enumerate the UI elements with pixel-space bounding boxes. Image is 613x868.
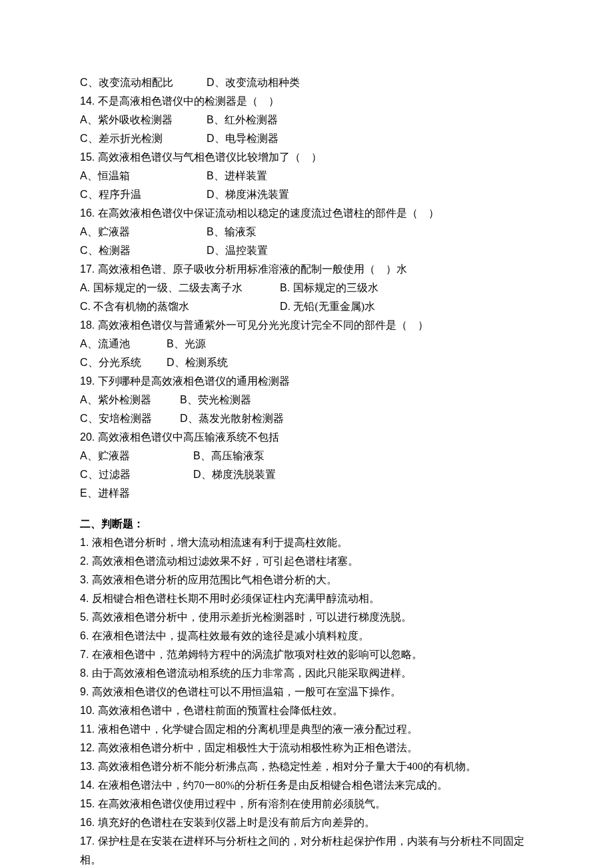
- mc-option-text: 分光系统: [99, 357, 141, 368]
- mc-option: C、过滤器: [80, 465, 193, 484]
- mc-option-label: B、: [207, 114, 225, 125]
- tf-item: 15. 在高效液相色谱仪使用过程中，所有溶剂在使用前必须脱气。: [80, 795, 533, 813]
- mc-option-row: A、紫外检测器B、荧光检测器: [80, 391, 533, 409]
- mc-option-label: D、: [193, 469, 212, 480]
- mc-option-label: A、: [80, 226, 98, 237]
- mc-option: C、程序升温: [80, 185, 207, 204]
- mc-question-text: 高效液相色谱、原子吸收分析用标准溶液的配制一般使用（ ）水: [98, 263, 407, 275]
- mc-option-text: 输液泵: [225, 226, 257, 237]
- tf-item: 2. 高效液相色谱流动相过滤效果不好，可引起色谱柱堵塞。: [80, 552, 533, 571]
- tf-item-number: 4.: [80, 593, 92, 604]
- tf-item: 5. 高效液相色谱分析中，使用示差折光检测器时，可以进行梯度洗脱。: [80, 608, 533, 627]
- mc-option-label: D、: [167, 357, 185, 368]
- tf-item-text: 在液相色谱中，范弟姆特方程中的涡流扩散项对柱效的影响可以忽略。: [92, 649, 422, 660]
- mc-option: D、梯度洗脱装置: [193, 465, 306, 484]
- mc-option-text: 改变流动相种类: [225, 77, 300, 88]
- mc-option-row: C、安培检测器D、蒸发光散射检测器: [80, 409, 533, 428]
- mc-option-text: 程序升温: [99, 189, 141, 200]
- mc-option: A、贮液器: [80, 447, 193, 465]
- tf-item: 6. 在液相色谱法中，提高柱效最有效的途径是减小填料粒度。: [80, 627, 533, 645]
- tf-item-text: 高效液相色谱流动相过滤效果不好，可引起色谱柱堵塞。: [92, 555, 358, 567]
- mc-option-text: 进样器: [98, 487, 130, 499]
- tf-item: 17. 保护柱是在安装在进样环与分析柱之间的，对分析柱起保护作用，内装有与分析柱…: [80, 832, 533, 868]
- mc-option-label: B.: [280, 282, 293, 293]
- mc-option-text: 国标规定的三级水: [293, 282, 378, 293]
- mc-question-text: 高效液相色谱仪与气相色谱仪比较增加了（ ）: [98, 151, 322, 163]
- mc-question-stem: 18. 高效液相色谱仪与普通紫外一可见分光光度计完全不同的部件是（ ）: [80, 316, 533, 335]
- mc-option-text: 安培检测器: [99, 413, 152, 424]
- mc-question-stem: 14. 不是高液相色谱仪中的检测器是（ ）: [80, 92, 533, 111]
- mc-option-label: E、: [80, 487, 98, 499]
- mc-option-text: 过滤器: [99, 469, 131, 480]
- tf-item-text: 保护柱是在安装在进样环与分析柱之间的，对分析柱起保护作用，内装有与分析柱不同固定…: [80, 835, 524, 865]
- tf-item-text: 高效液相色谱仪的色谱柱可以不用恒温箱，一般可在室温下操作。: [92, 686, 401, 697]
- document-page: C、改变流动相配比D、改变流动相种类14. 不是高液相色谱仪中的检测器是（ ）A…: [0, 0, 613, 868]
- tf-item: 14. 在液相色谱法中，约70一80%的分析任务是由反相键合相色谱法来完成的。: [80, 776, 533, 795]
- mc-option-label: C.: [80, 301, 93, 312]
- tf-item: 11. 液相色谱中，化学键合固定相的分离机理是典型的液一液分配过程。: [80, 720, 533, 739]
- mc-option-text: 贮液器: [98, 450, 130, 461]
- mc-option: D. 无铅(无重金属)水: [280, 297, 413, 316]
- mc-option: B. 国标规定的三级水: [280, 279, 413, 297]
- tf-item-number: 12.: [80, 742, 98, 753]
- mc-option-row: A、贮液器B、输液泵: [80, 223, 533, 241]
- tf-item-text: 由于高效液相色谱流动相系统的压力非常高，因此只能采取阀进样。: [92, 667, 412, 679]
- mc-option-text: 无铅(无重金属)水: [293, 301, 375, 312]
- mc-option: A. 国标规定的一级、二级去离子水: [80, 279, 280, 297]
- mc-option-label: C、: [80, 469, 99, 480]
- tf-item-text: 在液相色谱法中，约70一80%的分析任务是由反相键合相色谱法来完成的。: [98, 779, 448, 791]
- mc-question-stem: 17. 高效液相色谱、原子吸收分析用标准溶液的配制一般使用（ ）水: [80, 260, 533, 279]
- tf-item: 10. 高效液相色谱中，色谱柱前面的预置柱会降低柱效。: [80, 701, 533, 720]
- tf-item-text: 液相色谱中，化学键合固定相的分离机理是典型的液一液分配过程。: [98, 723, 418, 735]
- tf-item-text: 高效液相色谱中，色谱柱前面的预置柱会降低柱效。: [98, 705, 343, 716]
- mc-option-text: 蒸发光散射检测器: [199, 413, 284, 424]
- mc-option-label: C、: [80, 133, 99, 144]
- mc-option-text: 紫外检测器: [98, 394, 151, 405]
- mc-option-label: B、: [207, 170, 225, 181]
- tf-item-number: 17.: [80, 835, 98, 847]
- mc-option-text: 不含有机物的蒸馏水: [93, 301, 189, 312]
- mc-question-stem: 16. 在高效液相色谱仪中保证流动相以稳定的速度流过色谱柱的部件是（ ）: [80, 204, 533, 223]
- tf-item: 13. 高效液相色谱分析不能分析沸点高，热稳定性差，相对分子量大于400的有机物…: [80, 757, 533, 776]
- tf-item-text: 高效液相色谱分析不能分析沸点高，热稳定性差，相对分子量大于400的有机物。: [98, 761, 476, 772]
- tf-item-number: 7.: [80, 649, 92, 660]
- mc-option-row: A. 国标规定的一级、二级去离子水 B. 国标规定的三级水: [80, 279, 533, 297]
- mc-option-label: C、: [80, 245, 99, 256]
- mc-question-text: 高效液相色谱仪与普通紫外一可见分光光度计完全不同的部件是（ ）: [98, 319, 428, 331]
- tf-item-number: 10.: [80, 705, 98, 716]
- tf-item: 12. 高效液相色谱分析中，固定相极性大于流动相极性称为正相色谱法。: [80, 739, 533, 757]
- mc-option-label: C、: [80, 413, 99, 424]
- mc-option: C、改变流动相配比: [80, 73, 207, 92]
- mc-option-row: E、进样器: [80, 484, 533, 503]
- mc-option-label: D、: [207, 245, 225, 256]
- mc-option: C、安培检测器: [80, 409, 180, 428]
- mc-option-label: B、: [193, 450, 211, 461]
- mc-option-row: C、过滤器D、梯度洗脱装置: [80, 465, 533, 484]
- tf-item: 9. 高效液相色谱仪的色谱柱可以不用恒温箱，一般可在室温下操作。: [80, 683, 533, 701]
- mc-option-text: 贮液器: [98, 226, 130, 237]
- mc-option-text: 电导检测器: [225, 133, 279, 144]
- tf-item-number: 16.: [80, 817, 98, 828]
- mc-question-number: 19.: [80, 375, 98, 387]
- tf-item-number: 11.: [80, 723, 98, 735]
- mc-option: D、蒸发光散射检测器: [180, 409, 306, 428]
- mc-option-text: 流通池: [98, 338, 130, 349]
- mc-question-number: 18.: [80, 319, 98, 331]
- tf-item-text: 高效液相色谱分析中，使用示差折光检测器时，可以进行梯度洗脱。: [92, 611, 412, 623]
- mc-option-row: A、恒温箱B、进样装置: [80, 167, 533, 185]
- tf-item-text: 反相键合相色谱柱长期不用时必须保证柱内充满甲醇流动相。: [92, 593, 380, 604]
- tf-item-text: 高效液相色谱分析中，固定相极性大于流动相极性称为正相色谱法。: [98, 742, 418, 753]
- mc-option: A、恒温箱: [80, 167, 207, 185]
- mc-option-text: 高压输液泵: [211, 450, 265, 461]
- tf-item-text: 高效液相色谱分析的应用范围比气相色谱分析的大。: [92, 574, 337, 585]
- tf-item-text: 液相色谱分析时，增大流动相流速有利于提高柱效能。: [92, 537, 348, 548]
- mc-option: B、红外检测器: [207, 111, 333, 129]
- tf-item: 3. 高效液相色谱分析的应用范围比气相色谱分析的大。: [80, 571, 533, 589]
- mc-option-text: 国标规定的一级、二级去离子水: [93, 282, 245, 293]
- mc-option-row: C. 不含有机物的蒸馏水D. 无铅(无重金属)水: [80, 297, 533, 316]
- mc-option-text: 检测器: [99, 245, 131, 256]
- mc-option-label: A、: [80, 170, 98, 181]
- mc-option: D、梯度淋洗装置: [207, 185, 333, 204]
- mc-question-number: 16.: [80, 207, 98, 219]
- tf-item-number: 1.: [80, 537, 92, 548]
